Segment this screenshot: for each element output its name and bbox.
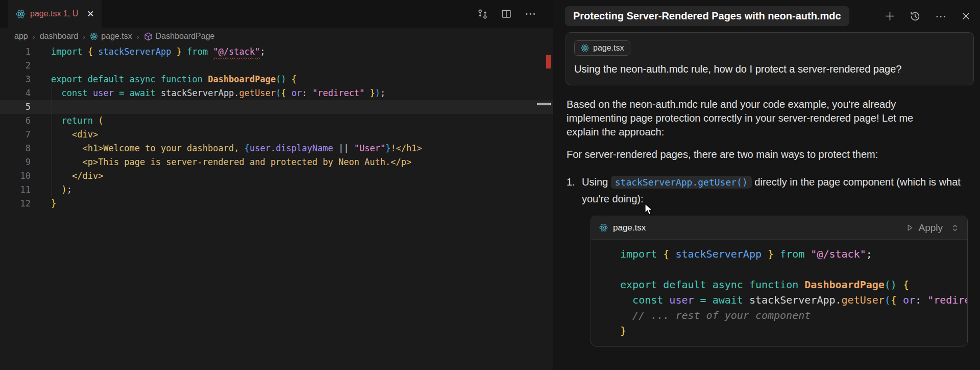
code-line: 1import { stackServerApp } from "@/stack…	[0, 45, 553, 59]
chat-code-block: page.tsx Apply import { stackServerApp }…	[591, 216, 968, 346]
chat-panel: Protecting Server-Rendered Pages with ne…	[553, 0, 980, 370]
line-number: 12	[0, 197, 31, 211]
chat-close-icon[interactable]	[961, 11, 971, 21]
tab-label: page.tsx 1, U	[30, 9, 78, 18]
code-text: }	[31, 197, 56, 211]
code-line: 6 return (	[0, 114, 553, 128]
numbered-list-item: 1. Using stackServerApp.getUser() direct…	[567, 174, 973, 207]
code-text	[31, 59, 51, 73]
code-line: // ... rest of your component	[600, 308, 967, 323]
code-line: 7 <div>	[0, 128, 553, 142]
line-number: 7	[0, 128, 31, 142]
breadcrumb-file[interactable]: page.tsx	[90, 32, 132, 41]
breadcrumb-file-label: page.tsx	[101, 32, 132, 41]
code-block-body: import { stackServerApp } from "@/stack"…	[591, 240, 967, 346]
react-icon	[599, 223, 608, 232]
code-line: 10 </div>	[0, 169, 553, 183]
line-number: 9	[0, 155, 31, 169]
chat-title: Protecting Server-Rendered Pages with ne…	[565, 6, 849, 26]
editor-more-actions-icon[interactable]: ⋯	[525, 8, 536, 19]
react-icon	[90, 32, 98, 40]
tab-close-icon[interactable]: ✕	[87, 10, 94, 18]
code-text: <div>	[31, 128, 98, 142]
breadcrumb: app › dashboard › page.tsx › DashboardPa…	[0, 28, 553, 45]
code-line: 8 <h1>Welcome to your dashboard, {user.d…	[0, 142, 553, 155]
code-text: </div>	[31, 169, 103, 183]
code-text: return (	[31, 114, 103, 128]
compare-changes-icon[interactable]	[477, 9, 488, 19]
overview-ruler-cursor-marker	[537, 103, 551, 105]
user-question-text: Using the neon-auth.mdc rule, how do I p…	[574, 63, 965, 75]
file-context-chip[interactable]: page.tsx	[574, 40, 630, 56]
code-text: import { stackServerApp } from "@/stack"…	[31, 45, 265, 59]
breadcrumb-separator: ›	[33, 32, 35, 41]
list-text-pre: Using	[582, 176, 611, 188]
react-icon	[581, 44, 589, 52]
code-text	[31, 100, 51, 114]
code-text: export default async function DashboardP…	[600, 277, 909, 292]
response-paragraph: For server-rendered pages, there are two…	[567, 148, 973, 161]
breadcrumb-separator: ›	[83, 32, 85, 41]
code-line: 5	[0, 100, 553, 114]
line-number: 2	[0, 59, 31, 73]
play-icon	[906, 224, 914, 232]
code-editor[interactable]: 1import { stackServerApp } from "@/stack…	[0, 45, 553, 211]
breadcrumb-app[interactable]: app	[14, 32, 28, 41]
chat-toolbar: ⋯	[879, 11, 971, 22]
code-text: <h1>Welcome to your dashboard, {user.dis…	[31, 142, 422, 155]
editor-toolbar: ⋯	[477, 0, 553, 28]
code-line	[600, 262, 967, 277]
line-number: 6	[0, 114, 31, 128]
code-line: 12}	[0, 197, 553, 211]
list-item-text: Using stackServerApp.getUser() directly …	[582, 174, 973, 207]
history-icon[interactable]	[910, 11, 921, 22]
code-line: 9 <p>This page is server-rendered and pr…	[0, 155, 553, 169]
line-number: 5	[0, 100, 31, 114]
breadcrumb-symbol[interactable]: DashboardPage	[144, 32, 215, 41]
code-block-actions: Apply	[906, 221, 959, 235]
tab-page-tsx[interactable]: page.tsx 1, U ✕	[8, 0, 102, 28]
assistant-response: Based on the neon-auth.mdc rule and your…	[567, 98, 973, 346]
line-number: 10	[0, 169, 31, 183]
code-text: const user = await stackServerApp.getUse…	[600, 292, 967, 308]
code-text: }	[600, 323, 626, 338]
inline-code: stackServerApp.getUser()	[611, 176, 752, 189]
namespace-cube-icon	[144, 32, 153, 41]
editor-pane: page.tsx 1, U ✕ ⋯ app › dashboard › page…	[0, 0, 553, 370]
code-line: export default async function DashboardP…	[600, 277, 967, 292]
code-line: 4 const user = await stackServerApp.getU…	[0, 86, 553, 100]
code-line: 11 );	[0, 183, 553, 197]
line-number: 4	[0, 86, 31, 100]
expand-collapse-icon[interactable]	[951, 224, 959, 232]
line-number: 3	[0, 73, 31, 86]
code-text: import { stackServerApp } from "@/stack"…	[600, 246, 872, 262]
code-text	[600, 262, 620, 277]
code-text: <p>This page is server-rendered and prot…	[31, 155, 411, 169]
split-editor-icon[interactable]	[501, 9, 511, 19]
line-number: 8	[0, 142, 31, 155]
code-line: const user = await stackServerApp.getUse…	[600, 292, 967, 308]
new-chat-icon[interactable]	[885, 11, 895, 21]
chat-more-actions-icon[interactable]: ⋯	[935, 11, 947, 22]
list-marker: 1.	[567, 174, 582, 207]
overview-ruler-error-marker	[546, 55, 551, 68]
code-line: 2	[0, 59, 553, 73]
code-text: // ... rest of your component	[600, 308, 811, 323]
code-line: }	[600, 323, 967, 338]
tab-bar: page.tsx 1, U ✕ ⋯	[0, 0, 553, 28]
code-line: 3export default async function Dashboard…	[0, 73, 553, 86]
code-text: const user = await stackServerApp.getUse…	[31, 86, 385, 100]
react-icon	[16, 9, 26, 19]
code-block-filename[interactable]: page.tsx	[613, 221, 646, 235]
response-paragraph: Based on the neon-auth.mdc rule and your…	[567, 98, 924, 139]
code-line: import { stackServerApp } from "@/stack"…	[600, 246, 967, 262]
apply-label: Apply	[918, 221, 943, 235]
code-block-header: page.tsx Apply	[591, 216, 967, 240]
breadcrumb-dashboard[interactable]: dashboard	[40, 32, 79, 41]
line-number: 1	[0, 45, 31, 59]
apply-button[interactable]: Apply	[906, 221, 943, 235]
chat-header: Protecting Server-Rendered Pages with ne…	[553, 0, 980, 26]
breadcrumb-separator: ›	[137, 32, 139, 41]
code-text: export default async function DashboardP…	[31, 73, 297, 86]
code-text: );	[31, 183, 72, 197]
